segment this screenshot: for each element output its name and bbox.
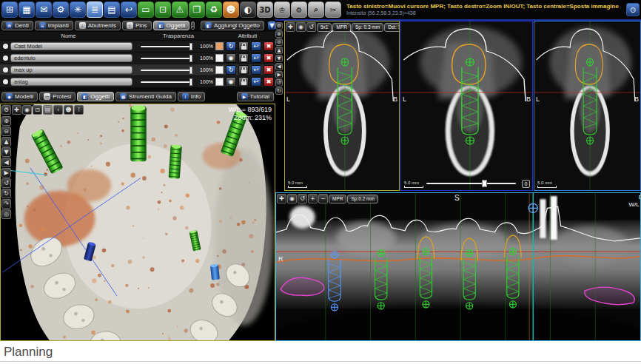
tools-icon[interactable]: ⚙ <box>275 22 283 30</box>
visibility-icon[interactable]: ↻ <box>226 65 236 75</box>
rotate-ccw-icon[interactable]: ↺ <box>275 79 283 87</box>
cross-section-image[interactable] <box>285 21 399 190</box>
contrast-sphere-icon[interactable]: ◐ <box>240 1 256 18</box>
visibility-icon[interactable]: ↻ <box>226 41 236 51</box>
measure-screen-icon[interactable]: ⊡ <box>155 1 171 18</box>
rotate-ccw-icon[interactable]: ↺ <box>1 178 11 188</box>
delete-row-icon[interactable]: ✖ <box>264 65 274 75</box>
report-icon[interactable]: ✉ <box>36 1 52 18</box>
rotate-free-icon[interactable]: ↷ <box>1 199 11 209</box>
transparency-slider[interactable] <box>141 43 192 50</box>
tab-pins[interactable]: ∣Pins <box>122 21 152 30</box>
cast-model-3d-image[interactable] <box>1 104 275 340</box>
tab-impianti[interactable]: ≡Impianti <box>35 21 73 30</box>
fit-view-icon[interactable]: ✚ <box>286 22 295 32</box>
pan-left-icon[interactable]: ◀ <box>1 158 11 167</box>
zoom-in-icon[interactable]: ⊕ <box>1 116 11 126</box>
lock-icon[interactable] <box>238 77 249 87</box>
tools-icon[interactable]: ✳ <box>70 1 86 18</box>
slice-distance-button[interactable]: Dst: 1.0 mm <box>384 23 400 32</box>
undo-row-icon[interactable]: ↩ <box>251 65 261 75</box>
object-row-antag[interactable]: 100% ◉ ↩ ✖ <box>0 75 275 87</box>
pan-down-icon[interactable]: ▼ <box>1 147 11 157</box>
transparency-slider[interactable] <box>141 67 192 74</box>
tab-oggetti[interactable]: ◧Oggetti <box>153 21 190 30</box>
implant-tool-icon[interactable]: ≣ <box>87 1 103 18</box>
tab-info[interactable]: iInfo <box>178 92 205 101</box>
fit-view-icon[interactable]: ✚ <box>277 194 286 203</box>
cut-model-icon[interactable]: ✂ <box>325 1 341 18</box>
reset-view-icon[interactable]: ↺ <box>306 22 316 32</box>
slice-thickness-button[interactable]: Sp:0.2 mm <box>347 195 377 203</box>
mpr-mode-button[interactable]: MPR <box>332 23 350 32</box>
tab-protesi[interactable]: ▭Protesi <box>39 92 75 101</box>
pan-right-icon[interactable]: ▶ <box>275 71 283 78</box>
mpr-mode-button[interactable]: MPR <box>329 195 346 203</box>
object-name-field[interactable] <box>10 78 132 86</box>
color-swatch[interactable] <box>215 54 224 62</box>
color-swatch[interactable] <box>215 66 224 74</box>
scan-object-icon[interactable]: ▤ <box>104 1 120 18</box>
lock-icon[interactable] <box>238 41 249 51</box>
zoom-in-icon[interactable]: + <box>308 194 318 203</box>
snapshot-icon[interactable]: ◉ <box>287 194 297 203</box>
delete-icon[interactable]: ♻ <box>206 1 222 18</box>
cross-section-view-3[interactable]: L B 5.0 mm <box>534 21 641 191</box>
tooth-settings-icon[interactable]: ⚙ <box>291 1 307 18</box>
visibility-icon[interactable]: ◉ <box>226 77 236 87</box>
lock-icon[interactable] <box>238 53 249 63</box>
undo-icon[interactable]: ↩ <box>121 1 137 18</box>
visibility-icon[interactable]: ◉ <box>226 53 236 63</box>
delete-row-icon[interactable]: ✖ <box>264 41 274 51</box>
cross-section-view-1[interactable]: ✚ ◉ ↺ 5x1 MPR Sp: 0.3 mm Dst: 1.0 mm L B… <box>284 21 400 191</box>
selection-dot[interactable] <box>3 67 8 73</box>
reset-view-icon[interactable]: ◎ <box>1 209 11 219</box>
collapse-toolbar-icon[interactable]: ‹ <box>53 105 63 115</box>
save-project-icon[interactable]: ▦ <box>19 1 35 18</box>
selection-dot[interactable] <box>3 79 8 84</box>
delete-row-icon[interactable]: ✖ <box>264 77 274 87</box>
object-name-field[interactable] <box>10 42 132 50</box>
color-swatch[interactable] <box>215 78 224 86</box>
measure-angle-icon[interactable]: ⚠ <box>172 1 188 18</box>
display-icon[interactable]: ⊡ <box>33 105 42 115</box>
zoom-in-icon[interactable]: ⊕ <box>275 30 283 38</box>
snapshot-corner-icon[interactable]: ⊙ <box>626 3 640 16</box>
patient-view-icon[interactable]: ☻ <box>64 105 73 115</box>
undo-row-icon[interactable]: ↩ <box>251 77 261 87</box>
viewport-3d[interactable]: ⚙ ✚ ◉ ⊡ ▤ ‹ ☻ ⊺ ⊕ ⊖ ▲ ▼ ◀ <box>0 104 275 341</box>
slice-scroll-slider[interactable] <box>426 180 516 187</box>
tab-denti[interactable]: ⋒Denti <box>1 21 33 30</box>
pan-left-icon[interactable]: ◀ <box>275 63 283 70</box>
pan-right-icon[interactable]: ▶ <box>1 168 11 178</box>
collapse-button[interactable]: - <box>191 21 195 30</box>
tab-strumenti-guida[interactable]: ▦Strumenti Guida <box>115 92 176 101</box>
object-name-field[interactable] <box>10 54 132 62</box>
rotate-cw-icon[interactable]: ↻ <box>1 189 11 198</box>
view-3d-icon[interactable]: 3D <box>257 1 273 18</box>
fit-view-icon[interactable]: ✚ <box>12 105 21 115</box>
zoom-out-icon[interactable]: − <box>318 194 328 203</box>
cross-section-image[interactable] <box>534 21 640 190</box>
measure-length-icon[interactable]: ▭ <box>138 1 154 18</box>
layout-button[interactable]: 5x1 <box>317 23 332 32</box>
undo-row-icon[interactable]: ↩ <box>251 53 261 63</box>
zoom-out-icon[interactable]: ⊖ <box>275 38 283 46</box>
object-row-max-up[interactable]: 100% ↻ ↩ ✖ <box>0 64 275 75</box>
rotate-cw-icon[interactable]: ↻ <box>275 87 283 95</box>
selection-dot[interactable] <box>3 44 8 49</box>
delete-row-icon[interactable]: ✖ <box>264 53 274 63</box>
settings-globe-icon[interactable]: ⚙ <box>53 1 69 18</box>
pan-up-icon[interactable]: ▲ <box>1 137 11 146</box>
tools-icon[interactable]: ⚙ <box>1 105 11 115</box>
add-object-button[interactable]: ◧Aggiungi Oggetto <box>201 21 264 30</box>
object-row-cast-model[interactable]: 100% ↻ ↩ ✖ <box>0 40 275 52</box>
object-name-field[interactable] <box>10 66 132 74</box>
cross-section-view-2[interactable]: L B 5.0 mm 0 <box>400 21 533 191</box>
color-swatch[interactable] <box>215 42 224 50</box>
pan-up-icon[interactable]: ▲ <box>275 47 283 54</box>
tab-modelli[interactable]: ◆Modelli <box>1 92 38 101</box>
prosthesis-icon[interactable]: ♔ <box>274 1 290 18</box>
slice-thickness-button[interactable]: Sp: 0.3 mm <box>352 23 383 32</box>
reset-view-icon[interactable]: ↺ <box>298 194 307 203</box>
